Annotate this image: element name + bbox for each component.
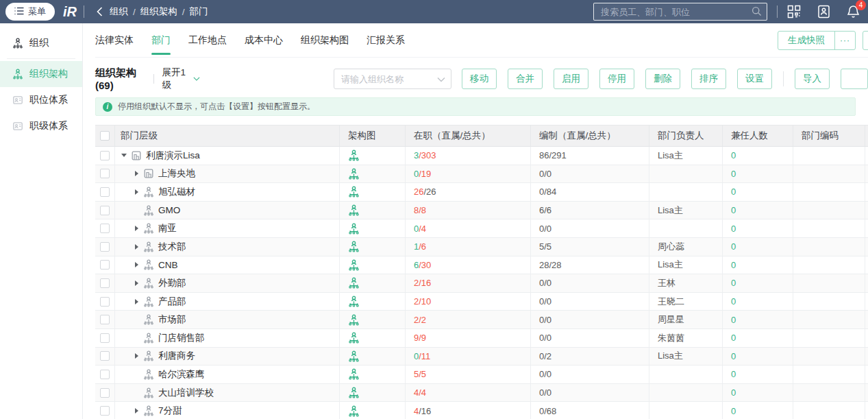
tab-组织架构图[interactable]: 组织架构图 [301,23,349,57]
department-name[interactable]: 南亚 [158,222,177,235]
sidebar-item-org-structure[interactable]: 组织架构 [0,61,82,87]
row-checkbox[interactable] [100,187,110,197]
org-name-input[interactable] [334,69,451,89]
action-button-排序[interactable]: 排序 [691,69,726,89]
row-checkbox[interactable] [100,169,110,178]
table-row[interactable]: 利唐商务 0/11 0/2 Lisa主 0 [95,348,868,366]
expand-caret[interactable] [133,353,140,359]
back-button[interactable] [97,7,103,16]
action-button-启用[interactable]: 启用 [554,69,588,89]
department-name[interactable]: 外勤部 [158,277,186,289]
expand-caret[interactable] [133,226,140,231]
table-row[interactable]: GMO 8/8 6/6 Lisa主 0 [95,202,868,220]
action-button-停用[interactable]: 停用 [599,69,634,89]
org-chart-icon[interactable] [348,405,360,417]
row-checkbox[interactable] [100,242,110,252]
breadcrumb-item[interactable]: 组织架构 [140,5,177,18]
select-all-checkbox[interactable] [100,131,110,141]
org-chart-icon[interactable] [348,223,360,235]
sidebar-item-grade-system[interactable]: 职级体系 [0,113,82,139]
sidebar-item-org[interactable]: 组织 [0,30,82,56]
table-row[interactable]: 技术部 1/6 5/5 周心蕊 0 [95,238,868,256]
tab-汇报关系[interactable]: 汇报关系 [367,23,405,57]
action-button-设置[interactable]: 设置 [737,69,772,89]
org-chart-icon[interactable] [348,168,360,180]
department-name[interactable]: 旭弘磁材 [158,186,195,198]
table-row[interactable]: 大山培训学校 4/4 0/0 0 [95,384,868,403]
row-checkbox[interactable] [100,333,110,343]
chevron-down-icon[interactable] [437,77,445,82]
row-checkbox[interactable] [100,315,110,324]
org-chart-icon[interactable] [348,204,360,216]
department-name[interactable]: 哈尔滨森鹰 [158,368,205,381]
tab-成本中心[interactable]: 成本中心 [245,23,283,57]
table-row[interactable]: 利唐演示Lisa 3/303 86/291 Lisa主 0 [95,147,868,165]
row-checkbox[interactable] [100,206,110,215]
expand-caret[interactable] [133,244,140,250]
expand-caret[interactable] [133,189,140,195]
row-checkbox[interactable] [100,370,110,379]
action-button-删除[interactable]: 删除 [645,69,680,89]
qr-code-icon[interactable] [787,5,801,19]
expand-caret[interactable] [133,280,140,286]
department-name[interactable]: 门店销售部 [158,332,205,344]
row-checkbox[interactable] [100,351,110,361]
row-checkbox[interactable] [100,151,110,160]
tab-法律实体[interactable]: 法律实体 [95,23,134,57]
table-row[interactable]: 哈尔滨森鹰 5/5 0/0 0 [95,366,868,384]
table-row[interactable]: 门店销售部 9/9 0/0 朱茵茵 0 [95,329,868,348]
generate-snapshot-button[interactable]: 生成快照 [778,32,834,49]
department-name[interactable]: 7分甜 [158,405,182,417]
org-chart-icon[interactable] [348,332,360,344]
contacts-icon[interactable] [817,5,831,19]
cutoff-button[interactable] [863,31,868,50]
tab-工作地点[interactable]: 工作地点 [188,23,227,57]
action-button-合并[interactable]: 合并 [508,69,543,89]
org-chart-icon[interactable] [348,350,360,362]
search-icon[interactable] [752,6,762,19]
table-row[interactable]: CNB 6/30 28/28 Lisa主 0 [95,256,868,275]
department-name[interactable]: 产品部 [158,296,186,308]
department-name[interactable]: 利唐商务 [158,350,195,362]
row-checkbox[interactable] [100,388,110,398]
breadcrumb-item[interactable]: 部门 [190,5,208,18]
sidebar-item-position-system[interactable]: 职位体系 [0,87,82,113]
table-row[interactable]: 7分甜 4/16 0/68 0 [95,402,868,419]
action-button-移动[interactable]: 移动 [462,69,497,89]
org-chart-icon[interactable] [348,296,360,307]
snapshot-more-button[interactable]: ··· [834,32,855,49]
tab-部门[interactable]: 部门 [151,23,171,57]
org-chart-icon[interactable] [348,277,360,289]
import-button[interactable]: 导入 [795,69,830,89]
department-name[interactable]: 大山培训学校 [158,387,214,399]
expand-caret[interactable] [121,154,127,157]
menu-button[interactable]: 菜单 [5,3,55,21]
org-chart-icon[interactable] [348,368,360,380]
row-checkbox[interactable] [100,260,110,270]
org-chart-icon[interactable] [348,387,360,398]
cutoff-button[interactable] [841,69,868,89]
breadcrumb-item[interactable]: 组织 [110,5,128,18]
org-chart-icon[interactable] [348,314,360,326]
department-name[interactable]: GMO [158,205,180,215]
org-chart-icon[interactable] [348,259,360,271]
row-checkbox[interactable] [100,406,110,416]
expand-level-dropdown[interactable]: 展开1级 [162,67,200,91]
expand-caret[interactable] [133,299,140,304]
expand-caret[interactable] [133,262,140,267]
table-row[interactable]: 上海央地 0/19 0/0 0 [95,165,868,184]
row-checkbox[interactable] [100,224,110,233]
row-checkbox[interactable] [100,297,110,307]
table-row[interactable]: 南亚 0/4 0/0 0 [95,219,868,238]
org-chart-icon[interactable] [348,186,360,197]
org-chart-icon[interactable] [348,149,360,161]
expand-caret[interactable] [133,408,140,414]
department-name[interactable]: CNB [158,260,178,270]
department-name[interactable]: 利唐演示Lisa [146,149,200,162]
table-row[interactable]: 旭弘磁材 26/26 0/84 0 [95,183,868,202]
org-chart-icon[interactable] [348,241,360,252]
table-row[interactable]: 市场部 2/2 0/0 周星星 0 [95,311,868,329]
hr-logo[interactable]: iR [63,4,77,20]
department-name[interactable]: 技术部 [158,241,186,253]
table-row[interactable]: 外勤部 2/16 0/0 王林 0 [95,274,868,293]
